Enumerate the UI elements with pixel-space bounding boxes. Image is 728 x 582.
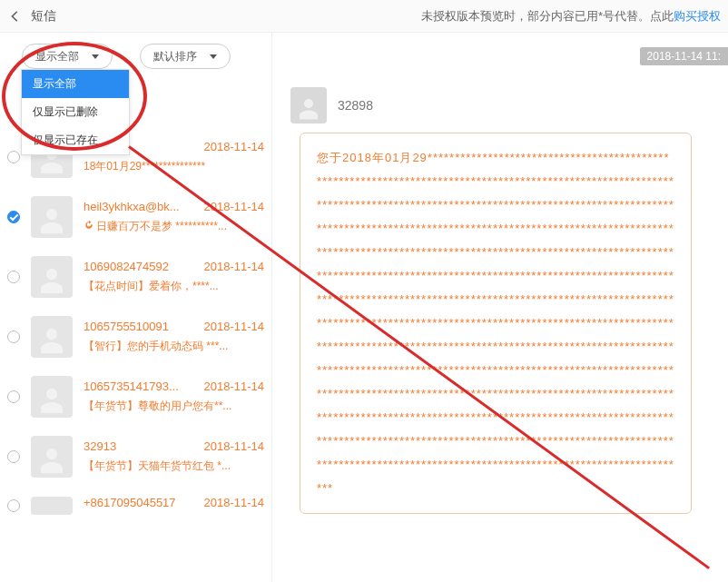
avatar bbox=[31, 436, 73, 478]
timestamp-badge: 2018-11-14 11: bbox=[640, 47, 728, 65]
message-sender: 1065755510091 bbox=[84, 320, 169, 333]
message-date: 2018-11-14 bbox=[204, 380, 265, 393]
list-item[interactable]: heil3ykhkxa@bk... 2018-11-14 日赚百万不是梦 ***… bbox=[0, 187, 271, 247]
message-body: 32913 2018-11-14 【年货节】天猫年货节红包 *... bbox=[84, 439, 264, 474]
message-date: 2018-11-14 bbox=[204, 200, 265, 213]
message-body: +8617095045517 2018-11-14 bbox=[84, 496, 264, 515]
refresh-icon bbox=[84, 220, 94, 233]
message-preview: 【智行】您的手机动态码 ***... bbox=[84, 339, 264, 354]
list-item[interactable]: +8617095045517 2018-11-14 bbox=[0, 487, 271, 524]
caret-down-icon bbox=[210, 54, 217, 59]
message-sender: +8617095045517 bbox=[84, 496, 176, 509]
message-body: 1065735141793... 2018-11-14 【年货节】尊敬的用户您有… bbox=[84, 380, 264, 414]
avatar bbox=[290, 87, 327, 123]
message-body: heil3ykhkxa@bk... 2018-11-14 日赚百万不是梦 ***… bbox=[84, 200, 264, 234]
message-list-pane: 显示全部 默认排序 显示全部 仅显示已删除 仅显示已存在 bbox=[0, 33, 272, 582]
preview-text: 日赚百万不是梦 **********... bbox=[96, 220, 227, 232]
avatar bbox=[31, 316, 73, 358]
detail-header: 32898 bbox=[290, 87, 728, 123]
display-filter-menu: 显示全部 仅显示已删除 仅显示已存在 bbox=[21, 69, 130, 155]
message-date: 2018-11-14 bbox=[204, 439, 265, 453]
message-sender: 1069082474592 bbox=[84, 260, 169, 273]
sort-dropdown[interactable]: 默认排序 bbox=[140, 44, 231, 69]
list-item[interactable]: 32913 2018-11-14 【年货节】天猫年货节红包 *... bbox=[0, 427, 271, 487]
notice-text: 未授权版本预览时，部分内容已用*号代替。点此 bbox=[421, 9, 674, 23]
message-content: 您于2018年01月29****************************… bbox=[317, 146, 674, 500]
select-checkbox[interactable] bbox=[7, 211, 20, 223]
message-date: 2018-11-14 bbox=[204, 320, 265, 333]
message-sender: heil3ykhkxa@bk... bbox=[84, 200, 180, 213]
message-preview: 【年货节】天猫年货节红包 *... bbox=[84, 459, 264, 474]
avatar bbox=[31, 376, 73, 418]
display-filter-dropdown[interactable]: 显示全部 bbox=[22, 44, 113, 69]
list-item[interactable]: 1065755510091 2018-11-14 【智行】您的手机动态码 ***… bbox=[0, 307, 271, 367]
back-arrow-icon[interactable] bbox=[7, 8, 24, 25]
caret-down-icon bbox=[92, 54, 99, 59]
select-checkbox[interactable] bbox=[7, 151, 20, 163]
message-date: 2018-11-14 bbox=[204, 140, 265, 153]
select-checkbox[interactable] bbox=[7, 450, 20, 463]
select-checkbox[interactable] bbox=[7, 499, 20, 512]
list-item[interactable]: 1069082474592 2018-11-14 【花点时间】爱着你，****.… bbox=[0, 247, 271, 307]
message-preview: 【花点时间】爱着你，****... bbox=[84, 279, 264, 294]
avatar bbox=[31, 256, 73, 298]
filter-option-all[interactable]: 显示全部 bbox=[22, 70, 129, 98]
select-checkbox[interactable] bbox=[7, 271, 20, 283]
select-checkbox[interactable] bbox=[7, 390, 20, 403]
message-bubble: 您于2018年01月29****************************… bbox=[300, 133, 692, 514]
sort-label: 默认排序 bbox=[153, 49, 197, 64]
message-preview: 【年货节】尊敬的用户您有**... bbox=[84, 399, 264, 414]
message-sender: 1065735141793... bbox=[84, 380, 179, 393]
message-preview: 18年01月29*************** bbox=[84, 159, 264, 174]
message-body: 1065755510091 2018-11-14 【智行】您的手机动态码 ***… bbox=[84, 320, 264, 354]
avatar bbox=[31, 196, 73, 238]
select-checkbox[interactable] bbox=[7, 330, 20, 343]
page-title: 短信 bbox=[31, 8, 56, 25]
message-body: 1069082474592 2018-11-14 【花点时间】爱着你，****.… bbox=[84, 260, 264, 294]
filter-option-existing[interactable]: 仅显示已存在 bbox=[22, 126, 129, 154]
message-detail-pane: 2018-11-14 11: 32898 您于2018年01月29*******… bbox=[272, 33, 728, 582]
message-preview: 日赚百万不是梦 **********... bbox=[84, 219, 264, 234]
license-notice: 未授权版本预览时，部分内容已用*号代替。点此购买授权 bbox=[421, 8, 721, 25]
app-header: 短信 未授权版本预览时，部分内容已用*号代替。点此购买授权 bbox=[0, 0, 728, 33]
message-date: 2018-11-14 bbox=[204, 496, 265, 509]
filter-bar: 显示全部 默认排序 显示全部 仅显示已删除 仅显示已存在 bbox=[0, 33, 271, 78]
buy-license-link[interactable]: 购买授权 bbox=[674, 9, 721, 23]
filter-option-deleted[interactable]: 仅显示已删除 bbox=[22, 98, 129, 126]
display-filter-label: 显示全部 bbox=[35, 49, 79, 64]
message-date: 2018-11-14 bbox=[204, 260, 265, 273]
message-sender: 32913 bbox=[84, 439, 116, 453]
detail-sender: 32898 bbox=[338, 98, 373, 113]
list-item[interactable]: 1065735141793... 2018-11-14 【年货节】尊敬的用户您有… bbox=[0, 367, 271, 427]
avatar bbox=[31, 497, 73, 515]
